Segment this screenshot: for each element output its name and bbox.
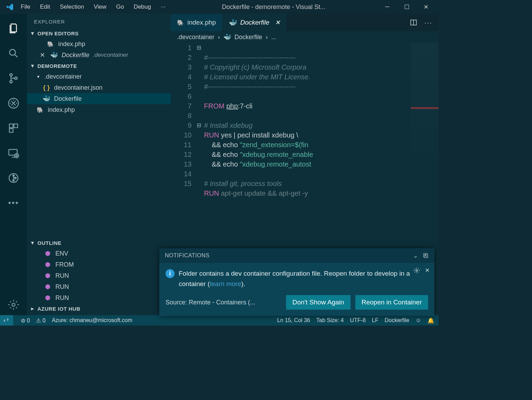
split-editor-icon[interactable] [410,19,417,26]
svg-point-14 [12,303,15,306]
minimize-window-icon[interactable]: ─ [378,0,397,14]
title-bar: File Edit Selection View Go Debug ··· Do… [0,0,438,14]
outline-item[interactable]: ⬢ENV [27,248,171,259]
chevron-right-icon: › [218,34,220,41]
svg-point-1 [10,74,12,76]
status-warnings[interactable]: ⚠ 0 [36,317,45,324]
status-language[interactable]: Dockerfile [385,317,409,323]
outline-symbol: RUN [55,283,69,291]
file-label: index.php [48,106,75,114]
docker-icon: 🐳 [223,33,231,41]
symbol-icon: ⬢ [44,283,52,291]
editor-more-icon[interactable]: ··· [424,19,432,27]
notification-settings-icon[interactable] [413,267,420,274]
breadcrumb[interactable]: .devcontainer › 🐳 Dockerfile › ... [171,31,438,43]
tab-close-icon[interactable]: ✕ [275,19,280,26]
open-editor-item[interactable]: ✕ 🐳 Dockerfile .devcontainer [27,50,171,61]
chevron-down-icon: ▾ [35,74,41,79]
menu-go[interactable]: Go [112,2,128,12]
folder-item[interactable]: ▾ .devcontainer [27,71,171,82]
status-feedback-icon[interactable]: ☺ [416,317,421,323]
status-cursor-position[interactable]: Ln 15, Col 36 [277,317,310,323]
menu-view[interactable]: View [90,2,111,12]
activity-scm-icon[interactable] [3,68,24,89]
activity-git-icon[interactable] [3,168,24,188]
chevron-down-icon: ▾ [30,63,35,69]
docker-icon: 🐳 [42,95,51,103]
folder-label: .devcontainer [44,73,82,80]
menu-debug[interactable]: Debug [130,2,155,12]
php-icon: 🐘 [36,107,44,113]
outline-item[interactable]: ⬢FROM [27,259,171,270]
main-menu: File Edit Selection View Go Debug ··· [17,2,170,12]
notifications-panel: NOTIFICATIONS ⌄ ✕ i Folder contains a de… [159,248,434,316]
dont-show-again-button[interactable]: Don't Show Again [286,295,350,310]
activity-extensions-icon[interactable] [3,118,24,139]
symbol-icon: ⬢ [44,294,52,302]
file-label: index.php [58,41,85,48]
breadcrumb-segment[interactable]: ... [271,34,276,41]
vscode-logo-icon [3,3,17,11]
notification-message: Folder contains a dev container configur… [179,268,428,289]
workspace-label: DEMOREMOTE [37,63,77,69]
minimap[interactable] [411,43,438,175]
activity-debug-icon[interactable] [3,93,24,114]
activity-more-icon[interactable]: ••• [3,193,24,213]
status-errors[interactable]: ⊘ 0 [21,317,30,324]
fold-gutter[interactable]: ⊟⊟ [196,43,202,188]
menu-selection[interactable]: Selection [56,2,88,12]
explorer-sidebar: EXPLORER ▾ OPEN EDITORS 🐘 index.php ✕ 🐳 … [27,14,171,315]
status-azure-account[interactable]: Azure: chmaneu@microsoft.com [52,317,132,323]
outline-header[interactable]: ▾ OUTLINE [27,238,171,248]
activity-remote-icon[interactable] [3,143,24,163]
breadcrumb-segment[interactable]: .devcontainer [177,34,214,41]
svg-point-3 [15,77,17,79]
open-editor-item[interactable]: 🐘 index.php [27,38,171,50]
status-tab-size[interactable]: Tab Size: 4 [316,317,344,323]
status-eol[interactable]: LF [372,317,379,323]
svg-rect-5 [9,124,13,128]
menu-more[interactable]: ··· [157,2,170,12]
collapse-notifications-icon[interactable]: ⌄ [413,252,418,259]
learn-more-link[interactable]: learn more [210,280,241,287]
docker-icon: 🐳 [50,51,58,59]
open-editors-header[interactable]: ▾ OPEN EDITORS [27,28,171,38]
clear-notifications-icon[interactable] [423,252,429,259]
file-item[interactable]: 🐘 index.php [27,104,171,115]
symbol-icon: ⬢ [44,272,52,279]
outline-item[interactable]: ⬢RUN [27,270,171,281]
outline-label: OUTLINE [37,240,61,246]
activity-settings-icon[interactable] [3,294,24,315]
activity-explorer-icon[interactable] [3,18,24,39]
tab-dockerfile[interactable]: 🐳 Dockerfile ✕ [222,14,286,31]
azure-iot-header[interactable]: ▸ AZURE IOT HUB [27,303,171,314]
editor-tabs: 🐘 index.php 🐳 Dockerfile ✕ ··· [171,14,438,31]
outline-item[interactable]: ⬢RUN [27,292,171,303]
sidebar-title: EXPLORER [27,14,171,28]
tab-label: index.php [187,19,216,26]
remote-indicator[interactable] [0,315,13,326]
status-notifications-icon[interactable]: 🔔 [427,317,434,324]
menu-edit[interactable]: Edit [36,2,54,12]
status-encoding[interactable]: UTF-8 [350,317,366,323]
svg-rect-7 [9,128,13,132]
outline-item[interactable]: ⬢RUN [27,281,171,292]
php-icon: 🐘 [177,19,184,26]
chevron-down-icon: ▾ [30,30,35,36]
close-icon[interactable]: ✕ [38,51,46,59]
maximize-window-icon[interactable]: ☐ [397,0,416,14]
window-title: Dockerfile - demoremote - Visual St... [170,3,378,11]
tab-index-php[interactable]: 🐘 index.php [171,14,222,31]
close-window-icon[interactable]: ✕ [416,0,436,14]
notification-close-icon[interactable]: ✕ [425,267,429,274]
reopen-in-container-button[interactable]: Reopen in Container [355,295,428,310]
svg-point-2 [10,80,12,83]
file-item[interactable]: { } devcontainer.json [27,82,171,93]
code-content[interactable]: #-------------------------------------- … [204,43,438,208]
file-item[interactable]: 🐳 Dockerfile [27,93,171,104]
symbol-icon: ⬢ [44,261,52,268]
breadcrumb-segment[interactable]: Dockerfile [234,34,262,41]
activity-search-icon[interactable] [3,43,24,64]
menu-file[interactable]: File [17,2,34,12]
workspace-header[interactable]: ▾ DEMOREMOTE [27,61,171,71]
